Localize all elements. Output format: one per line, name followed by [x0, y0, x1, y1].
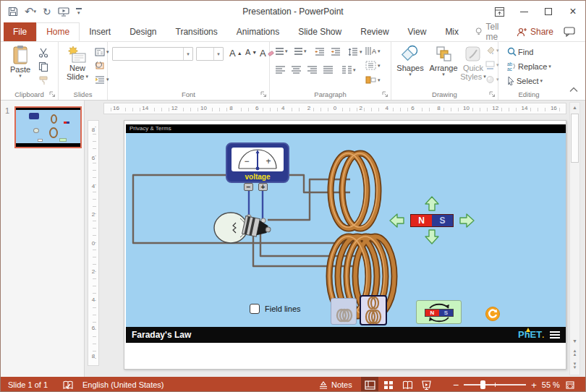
- maximize-button[interactable]: [536, 1, 561, 22]
- window-controls: ×: [487, 1, 585, 22]
- language-indicator[interactable]: English (United States): [82, 377, 164, 392]
- slide-thumbnail[interactable]: [14, 106, 82, 148]
- quick-styles-button[interactable]: Quick Styles: [461, 45, 485, 81]
- drawing-dialog-launcher[interactable]: [489, 91, 496, 98]
- single-coil-option-button[interactable]: [331, 298, 357, 325]
- decrease-indent-button[interactable]: [315, 48, 325, 56]
- new-slide-button[interactable]: New Slide: [63, 45, 92, 81]
- align-right-button[interactable]: [307, 66, 317, 74]
- field-lines-checkbox[interactable]: [250, 304, 260, 314]
- share-button[interactable]: Share: [517, 27, 553, 37]
- paste-button[interactable]: Paste: [7, 45, 34, 78]
- vertical-scrollbar[interactable]: ▲ ▼ ▲▲ ▼▼: [569, 102, 580, 375]
- reset-button[interactable]: [95, 61, 105, 70]
- zoom-in-button[interactable]: +: [531, 380, 537, 391]
- slide-indicator[interactable]: Slide 1 of 1: [8, 377, 48, 392]
- paragraph-dialog-launcher[interactable]: [382, 91, 388, 98]
- tab-insert[interactable]: Insert: [80, 22, 120, 41]
- text-direction-button[interactable]: A: [365, 46, 381, 56]
- layout-button[interactable]: [95, 48, 109, 56]
- format-painter-button[interactable]: [38, 75, 48, 85]
- flip-magnet-button[interactable]: N S: [416, 300, 462, 324]
- numbering-button[interactable]: [294, 48, 307, 55]
- font-size-combobox[interactable]: [196, 47, 224, 61]
- tab-design[interactable]: Design: [120, 22, 166, 41]
- shapes-button[interactable]: Shapes: [396, 45, 425, 77]
- zoom-slider-thumb[interactable]: [480, 380, 485, 389]
- close-button[interactable]: ×: [561, 1, 585, 22]
- gauge-plus-label: +: [266, 156, 271, 166]
- horizontal-ruler[interactable]: 1614121086420246810121416: [103, 103, 566, 114]
- columns-button[interactable]: [342, 66, 356, 74]
- zoom-percentage[interactable]: 55 %: [542, 380, 560, 389]
- tab-file[interactable]: File: [4, 22, 36, 41]
- clipboard-dialog-launcher[interactable]: [49, 91, 56, 98]
- tab-mix[interactable]: Mix: [436, 22, 468, 41]
- arrange-button[interactable]: Arrange: [428, 45, 459, 77]
- spell-check-icon[interactable]: [63, 377, 73, 392]
- normal-view-button[interactable]: [361, 377, 378, 392]
- convert-smartart-button[interactable]: [365, 75, 381, 85]
- reload-button[interactable]: [485, 307, 500, 321]
- slide-canvas[interactable]: Privacy & Terms: [124, 120, 566, 370]
- find-button[interactable]: Find: [507, 47, 533, 56]
- tab-review[interactable]: Review: [351, 22, 398, 41]
- tab-animations[interactable]: Animations: [227, 22, 289, 41]
- font-dialog-launcher[interactable]: [260, 91, 267, 98]
- zoom-out-button[interactable]: −: [453, 379, 459, 391]
- increase-font-size-button[interactable]: A▲: [229, 48, 242, 59]
- shape-fill-button[interactable]: [485, 46, 499, 55]
- tell-me-box[interactable]: Tell me: [468, 22, 517, 41]
- bar-magnet[interactable]: N S: [410, 214, 454, 227]
- slideshow-view-button[interactable]: [417, 377, 435, 392]
- notes-button[interactable]: Notes: [319, 377, 352, 392]
- collapse-ribbon-button[interactable]: [569, 87, 578, 93]
- vertical-ruler[interactable]: 864202468: [88, 120, 99, 366]
- cut-button[interactable]: [38, 48, 48, 58]
- font-name-combobox[interactable]: [112, 47, 193, 61]
- decrease-font-size-button[interactable]: A▼: [245, 48, 257, 56]
- font-size-dropdown[interactable]: [213, 48, 223, 60]
- slide-sorter-view-button[interactable]: [380, 377, 397, 392]
- voltmeter-gauge: − +: [232, 148, 284, 171]
- align-text-button[interactable]: [365, 61, 381, 70]
- increase-indent-button[interactable]: [331, 48, 341, 56]
- reading-view-button[interactable]: [399, 377, 416, 392]
- previous-slide-button[interactable]: ▲▲: [570, 349, 579, 359]
- double-coil-option-button[interactable]: [360, 295, 387, 325]
- shape-effects-button[interactable]: [485, 75, 499, 84]
- copy-button[interactable]: [38, 61, 48, 72]
- group-clipboard: Paste Clipboard: [1, 42, 59, 100]
- section-button[interactable]: [95, 75, 109, 84]
- bullets-button[interactable]: [276, 48, 288, 55]
- replace-button[interactable]: abac Replace: [507, 61, 551, 71]
- line-spacing-button[interactable]: [348, 48, 362, 56]
- sim-menu-icon[interactable]: [550, 331, 560, 338]
- align-left-button[interactable]: [276, 66, 285, 74]
- tab-transitions[interactable]: Transitions: [166, 22, 227, 41]
- justify-button[interactable]: [323, 66, 333, 74]
- scrollbar-thumb[interactable]: [571, 114, 579, 163]
- format-painter-icon: [38, 75, 48, 85]
- phet-logo[interactable]: PhET.: [518, 329, 544, 340]
- ruler-number: 8: [92, 127, 95, 133]
- font-name-dropdown[interactable]: [183, 48, 192, 60]
- comments-icon[interactable]: [564, 27, 575, 37]
- minimize-button[interactable]: [511, 1, 536, 22]
- light-bulb: [214, 213, 272, 243]
- tab-home[interactable]: Home: [36, 22, 80, 41]
- ribbon-display-options-icon[interactable]: [487, 1, 511, 22]
- scroll-up-arrow[interactable]: ▲: [570, 103, 579, 112]
- shape-outline-button[interactable]: [485, 61, 499, 69]
- zoom-slider[interactable]: [464, 384, 526, 385]
- select-button[interactable]: Select: [507, 76, 543, 85]
- next-slide-button[interactable]: ▼▼: [570, 362, 579, 372]
- align-center-button[interactable]: [292, 66, 301, 74]
- scroll-down-arrow[interactable]: ▼: [570, 336, 579, 346]
- tab-view[interactable]: View: [399, 22, 436, 41]
- ruler-number: 4: [280, 105, 286, 112]
- fit-slide-to-window-icon[interactable]: [565, 380, 575, 390]
- privacy-terms-link[interactable]: Privacy & Terms: [129, 125, 171, 132]
- tab-slideshow[interactable]: Slide Show: [289, 22, 351, 41]
- two-loop-coil[interactable]: [331, 153, 378, 229]
